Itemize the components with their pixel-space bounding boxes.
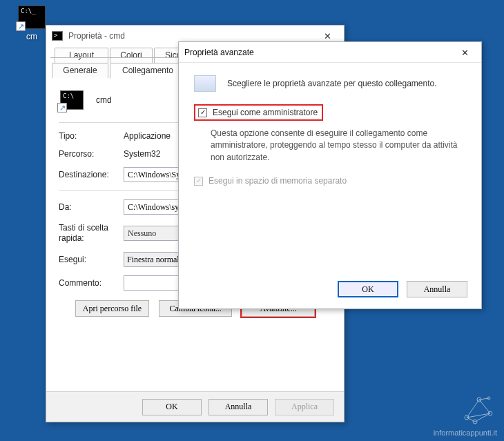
cmd-icon: ↗ (18, 6, 46, 29)
apply-button: Applica (275, 399, 334, 415)
close-button[interactable]: ✕ (452, 45, 477, 60)
desktop-shortcut-label: cm (15, 32, 48, 41)
properties-sheet-icon (194, 75, 216, 92)
open-file-location-button[interactable]: Apri percorso file (75, 300, 149, 317)
advanced-footer: OK Annulla (179, 270, 481, 308)
cancel-button[interactable]: Annulla (209, 399, 268, 415)
window-title: Proprietà - cmd (68, 31, 125, 41)
watermark: informaticappunti.it (434, 393, 497, 437)
label-percorso: Percorso: (59, 149, 124, 159)
label-tipo: Tipo: (59, 131, 124, 141)
svg-line-6 (479, 400, 490, 413)
run-as-admin-checkbox[interactable]: ✓ (198, 108, 207, 117)
tab-layout[interactable]: Layout (55, 48, 108, 63)
properties-footer: OK Annulla Applica (46, 391, 344, 422)
desktop-shortcut-cmd[interactable]: ↗ cm (15, 6, 48, 41)
app-icon: ↗ (60, 90, 84, 110)
label-esegui: Esegui: (59, 255, 124, 264)
shortcut-overlay-icon: ↗ (57, 103, 67, 112)
advanced-ok-button[interactable]: OK (338, 281, 398, 297)
advanced-titlebar[interactable]: Proprietà avanzate ✕ (179, 42, 481, 63)
cmd-icon (52, 31, 63, 41)
run-as-admin-description: Questa opzione consente di eseguire il c… (211, 128, 466, 164)
app-name: cmd (96, 95, 112, 105)
advanced-intro: Scegliere le proprietà avanzate per ques… (227, 79, 437, 88)
ok-button[interactable]: OK (142, 399, 202, 415)
tab-colori[interactable]: Colori (110, 48, 153, 63)
tab-collegamento[interactable]: Collegamento (110, 63, 186, 79)
tab-generale[interactable]: Generale (52, 63, 108, 78)
advanced-properties-window: Proprietà avanzate ✕ Scegliere le propri… (178, 41, 482, 309)
label-destinazione: Destinazione: (59, 170, 124, 179)
label-da: Da: (59, 202, 124, 212)
watermark-text: informaticappunti.it (434, 429, 497, 437)
advanced-body: Scegliere le proprietà avanzate per ques… (179, 63, 481, 202)
run-as-admin-highlight: ✓ Esegui come amministratore (194, 104, 323, 121)
separate-memory-checkbox: ✓ (194, 177, 203, 186)
run-as-admin-label: Esegui come amministratore (213, 108, 318, 117)
svg-line-5 (467, 400, 479, 418)
advanced-cancel-button[interactable]: Annulla (407, 281, 467, 297)
label-tasti: Tasti di scelta rapida: (59, 223, 124, 244)
label-commento: Commento: (59, 278, 124, 288)
advanced-window-title: Proprietà avanzate (184, 48, 254, 57)
separate-memory-label: Esegui in spazio di memoria separato (209, 176, 347, 186)
shortcut-overlay-icon: ↗ (16, 21, 26, 31)
